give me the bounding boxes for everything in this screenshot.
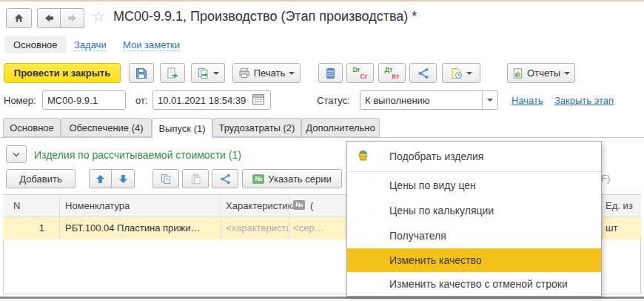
document-clock-icon — [451, 67, 463, 79]
home-icon — [13, 13, 24, 24]
dr-cr-button[interactable]: Dr Cr — [346, 63, 374, 83]
paste-icon — [190, 173, 201, 185]
date-label: от: — [135, 95, 148, 106]
window-title: МС00-9.9.1, Производство (Этап производс… — [113, 9, 417, 24]
row-cell-nomenclature[interactable]: РБТ.100.04 Пластина прижи… — [65, 222, 219, 234]
window-top-border — [0, 0, 644, 1]
dr-cr-icon: Dr Cr — [352, 66, 369, 80]
row-links-button[interactable] — [212, 169, 238, 188]
nav-item-main[interactable]: Основное — [4, 36, 67, 53]
column-header-nomenclature[interactable]: Номенклатура — [65, 200, 130, 211]
document-history-caret-icon — [466, 72, 472, 75]
home-button[interactable] — [6, 8, 32, 28]
column-header-series-fragment[interactable]: ( — [310, 200, 343, 211]
menu-item-label: Подобрать изделия — [389, 150, 483, 162]
number-label: Номер: — [4, 95, 36, 106]
favorite-star-icon[interactable]: ☆ — [92, 7, 105, 25]
post-and-close-label: Провести и закрыть — [14, 67, 110, 79]
print-caret-icon — [289, 72, 295, 75]
row-cell-n[interactable]: 1 — [6, 222, 44, 234]
back-button[interactable] — [37, 8, 61, 28]
menu-item-label: Цены по виду цен — [389, 179, 476, 191]
status-caret-icon — [487, 99, 493, 102]
row-cell-unit[interactable]: шт — [606, 222, 635, 234]
column-header-series-icon[interactable]: № — [293, 200, 305, 210]
register-records-button[interactable] — [318, 63, 343, 83]
column-header-characteristic[interactable]: Характеристика — [226, 200, 298, 211]
status-value: К выполнению — [365, 95, 477, 106]
reports-label: Отчеты — [527, 67, 560, 79]
arrow-up-icon — [95, 174, 105, 184]
tab-dopolnitelno[interactable]: Дополнительно — [301, 118, 380, 137]
copy-button[interactable] — [152, 169, 179, 188]
post-document-button[interactable] — [160, 63, 185, 83]
move-up-button[interactable] — [89, 169, 112, 188]
specify-series-label: Указать серии — [268, 173, 331, 185]
window-bottom-border — [0, 297, 644, 299]
document-history-button[interactable] — [442, 63, 480, 83]
collapse-section-button[interactable] — [6, 145, 27, 163]
row-cell-characteristic[interactable]: <характеристи… — [226, 222, 288, 234]
menu-item-izmenit-kachestvo-s-otmenoj[interactable]: Изменить качество с отменой строки — [347, 272, 601, 295]
menu-item-tseny-po-kalkulyatsii[interactable]: Цены по калькуляции — [347, 198, 601, 223]
tab-obespechenie[interactable]: Обеспечение (4) — [61, 118, 152, 137]
search-input-fragment[interactable]: F) — [601, 173, 610, 184]
number-input[interactable] — [42, 90, 126, 110]
menu-item-tseny-po-vidu-tsen[interactable]: Цены по виду цен — [347, 173, 601, 198]
section-title: Изделия по рассчитываемой стоимости (1) — [34, 149, 241, 161]
status-select[interactable]: К выполнению — [360, 90, 498, 110]
dr-label: Dr — [353, 66, 360, 73]
kt-label: Кт — [392, 73, 400, 80]
print-icon — [238, 67, 250, 79]
print-label: Печать — [254, 67, 286, 79]
menu-item-poluchatelya[interactable]: Получателя — [347, 223, 601, 248]
dt-kt-button[interactable]: Дт Кт — [378, 63, 406, 83]
app-window: ☆ МС00-9.9.1, Производство (Этап произво… — [0, 0, 644, 301]
tab-label: Трудозатраты (2) — [219, 122, 295, 133]
menu-item-podobrat-izdeliya[interactable]: Подобрать изделия — [347, 143, 601, 170]
menu-item-label: Цены по калькуляции — [389, 205, 494, 216]
start-link[interactable]: Начать — [511, 95, 543, 106]
forward-arrow-icon — [67, 13, 78, 23]
nav-item-notes[interactable]: Мои заметки — [123, 39, 180, 51]
paste-button[interactable] — [182, 169, 209, 188]
tab-label: Выпуск (1) — [158, 123, 205, 134]
save-icon — [135, 67, 147, 79]
close-stage-link[interactable]: Закрыть этап — [554, 95, 614, 106]
menu-item-label: Изменить качество с отменой строки — [389, 278, 568, 290]
tab-trudozatraty[interactable]: Трудозатраты (2) — [212, 118, 301, 137]
menu-separator — [347, 171, 601, 172]
column-header-n[interactable]: N — [13, 200, 20, 211]
menu-item-label: Изменить качество — [389, 254, 482, 266]
column-header-unit[interactable]: Ед. из — [606, 200, 638, 211]
forward-button[interactable] — [61, 8, 84, 28]
structure-links-button[interactable] — [409, 63, 437, 83]
print-button[interactable]: Печать — [232, 63, 301, 83]
status-select-caret-box[interactable] — [482, 91, 493, 109]
add-row-button[interactable]: Добавить — [6, 169, 76, 188]
row-cell-series[interactable]: <сер… — [293, 222, 343, 234]
save-button[interactable] — [129, 63, 154, 83]
create-based-on-icon — [198, 67, 209, 79]
tab-label: Основное — [10, 122, 54, 133]
calendar-icon[interactable] — [252, 93, 265, 108]
tab-label: Обеспечение (4) — [69, 122, 143, 133]
menu-item-izmenit-kachestvo[interactable]: Изменить качество — [347, 248, 601, 272]
column-divider — [289, 195, 289, 239]
copy-icon — [161, 173, 172, 185]
post-and-close-button[interactable]: Провести и закрыть — [4, 63, 121, 83]
register-records-icon — [326, 67, 335, 79]
create-based-on-button[interactable] — [191, 63, 225, 83]
move-down-button[interactable] — [112, 169, 135, 188]
cr-label: Cr — [360, 73, 367, 80]
dt-kt-icon: Дт Кт — [384, 66, 400, 80]
status-label: Статус: — [317, 95, 350, 106]
structure-links-icon — [417, 67, 429, 79]
create-based-on-caret-icon — [213, 72, 219, 75]
tab-vypusk[interactable]: Выпуск (1) — [152, 118, 212, 139]
nav-item-tasks[interactable]: Задачи — [74, 39, 107, 51]
tab-osnovnoe[interactable]: Основное — [3, 118, 61, 137]
tab-label: Дополнительно — [306, 122, 375, 133]
reports-button[interactable]: Отчеты — [507, 63, 575, 83]
specify-series-button[interactable]: № Указать серии — [242, 169, 342, 188]
